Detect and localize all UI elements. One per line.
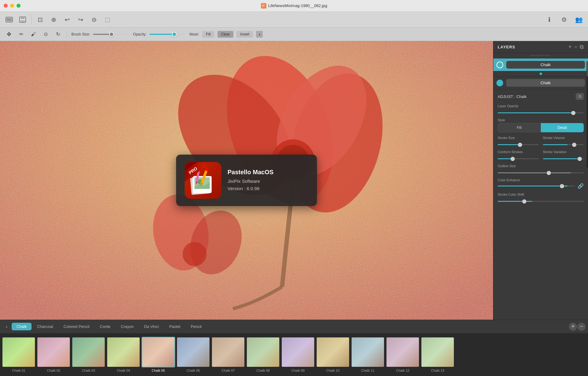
stroke-volume-slider[interactable] xyxy=(543,144,584,145)
thumb-chalk-03[interactable]: Chalk 03 xyxy=(72,337,105,372)
layer-item-2[interactable]: Chalk xyxy=(493,77,588,89)
brush-size-slider[interactable] xyxy=(93,34,130,35)
thumb-chalk-06[interactable]: Chalk 06 xyxy=(176,337,210,372)
thumb-chalk-05[interactable]: Chalk 05 xyxy=(141,337,175,372)
stroke-variation-slider[interactable] xyxy=(543,158,584,159)
mask-invert-button[interactable]: Invert xyxy=(236,31,253,38)
layer-drag-handle: •••••••••• xyxy=(493,53,588,58)
filter-chevron-button[interactable]: ‹ xyxy=(2,322,11,331)
about-version: Version : 6.0.98 xyxy=(228,185,273,192)
layer-2-visibility[interactable] xyxy=(496,80,503,86)
close-button[interactable] xyxy=(4,4,8,8)
filter-tab-chalk[interactable]: Chalk xyxy=(12,323,32,330)
share-button[interactable]: 👥 xyxy=(573,14,585,25)
filter-tab-pencil[interactable]: Pencil xyxy=(186,323,206,330)
style-detail-button[interactable]: Detail xyxy=(541,123,584,132)
color-enhance-slider[interactable] xyxy=(498,186,575,186)
stroke-size-label: Stroke Size xyxy=(498,136,539,140)
outline-size-label: Outline Size xyxy=(498,164,584,168)
rotate-left-button[interactable]: ↩ xyxy=(61,14,73,25)
opacity-slider[interactable] xyxy=(149,34,186,35)
stroke-color-shift-slider[interactable] xyxy=(498,201,584,202)
conform-two-col: Conform Strokes Stroke Variation xyxy=(498,150,584,160)
adjust-header: ADJUST : Chalk ⧉ xyxy=(498,93,584,100)
thumb-chalk-04[interactable]: Chalk 04 xyxy=(107,337,140,372)
filter-tab-colored-pencil[interactable]: Colored Pencil xyxy=(58,323,94,330)
filter-tab-da-vinci[interactable]: Da Vinci xyxy=(139,323,164,330)
layer-2-name-button[interactable]: Chalk xyxy=(506,79,585,87)
right-panel: LAYERS + − ⧉ •••••••••• Chalk Chalk ADJU xyxy=(493,41,588,320)
fit-screen-button[interactable]: ⬚ xyxy=(101,14,114,25)
filter-tab-conte[interactable]: Conte xyxy=(95,323,115,330)
filter-tab-charcoal[interactable]: Charcoal xyxy=(32,323,58,330)
thumbnails-row: Chalk 01 Chalk 02 Chalk 03 Chalk 04 Chal… xyxy=(0,333,588,376)
about-text-block: Pastello MacOS JixiPix Software Version … xyxy=(228,169,273,192)
copy-layer-button[interactable]: ⧉ xyxy=(580,44,584,50)
adjust-copy-button[interactable]: ⧉ xyxy=(576,93,584,100)
stroke-variation-col: Stroke Variation xyxy=(543,150,584,160)
thumb-chalk-07[interactable]: Chalk 07 xyxy=(211,337,245,372)
opacity-label: Opacity: xyxy=(133,32,146,36)
thumb-chalk-08[interactable]: Chalk 08 xyxy=(246,337,280,372)
brush-tool-button[interactable]: ✏ xyxy=(17,30,26,39)
thumb-chalk-01[interactable]: Chalk 01 xyxy=(2,337,36,372)
conform-strokes-label: Conform Strokes xyxy=(498,150,539,154)
crop-button[interactable]: ⊡ xyxy=(34,14,46,25)
stroke-two-col: Stroke Size Stroke Volume xyxy=(498,136,584,146)
filter-remove-button[interactable]: − xyxy=(578,323,586,331)
stroke-volume-col: Stroke Volume xyxy=(543,136,584,146)
cycle-tool-button[interactable]: ↻ xyxy=(53,30,62,39)
link-icon: 🔗 xyxy=(578,183,584,189)
save-button[interactable]: ↑ xyxy=(17,14,29,25)
mask-more-button[interactable]: › xyxy=(256,31,263,38)
filter-tab-crayon[interactable]: Crayon xyxy=(116,323,139,330)
paint-tool-button[interactable]: 🖌 xyxy=(29,30,38,39)
stroke-size-slider[interactable] xyxy=(498,144,539,145)
thumb-chalk-12[interactable]: Chalk 12 xyxy=(386,337,420,372)
settings-button[interactable]: ⚙ xyxy=(558,14,570,25)
open-image-button[interactable]: IMG xyxy=(3,14,15,25)
layer-opacity-row: Layer Opacity xyxy=(498,104,584,115)
layer-opacity-slider[interactable] xyxy=(498,112,584,113)
circle-tool-button[interactable]: ⊙ xyxy=(41,30,50,39)
info-button[interactable]: ℹ xyxy=(543,14,556,25)
mask-clear-button[interactable]: Clear xyxy=(217,31,234,38)
layer-dot xyxy=(540,73,542,75)
layer-indicator xyxy=(493,71,588,77)
zoom-in-button[interactable]: ⊕ xyxy=(47,14,60,25)
maximize-button[interactable] xyxy=(17,4,21,8)
outline-size-slider[interactable] xyxy=(498,172,584,173)
thumb-chalk-13[interactable]: Chalk 13 xyxy=(421,337,454,372)
thumb-chalk-09[interactable]: Chalk 09 xyxy=(281,337,315,372)
stroke-color-shift-row: Stroke Color Shift xyxy=(498,193,584,203)
svg-point-17 xyxy=(183,242,207,266)
main-area: PRO Pastello MacOS JixiPix Software Vers… xyxy=(0,41,588,320)
layer-1-visibility[interactable] xyxy=(496,62,503,68)
svg-text:IMG: IMG xyxy=(7,18,12,21)
move-tool-button[interactable]: ✥ xyxy=(4,30,13,39)
stroke-size-col: Stroke Size xyxy=(498,136,539,146)
layer-1-name-button[interactable]: Chalk xyxy=(506,61,585,69)
conform-strokes-slider[interactable] xyxy=(498,158,539,159)
style-fill-button[interactable]: Fill xyxy=(498,123,541,132)
window-title: P LifeNewsMixImag-1980__082.jpg xyxy=(261,3,327,9)
panel-scrollbar-thumb[interactable] xyxy=(587,61,588,77)
zoom-out-button[interactable]: ⊖ xyxy=(88,14,100,25)
add-layer-button[interactable]: + xyxy=(568,44,572,50)
panel-scrollbar[interactable] xyxy=(586,61,588,168)
remove-layer-button[interactable]: − xyxy=(574,44,577,50)
filter-tab-pastel[interactable]: Pastel xyxy=(164,323,185,330)
stroke-variation-label: Stroke Variation xyxy=(543,150,584,154)
about-dialog: PRO Pastello MacOS JixiPix Software Vers… xyxy=(176,155,317,206)
canvas-area: PRO Pastello MacOS JixiPix Software Vers… xyxy=(0,41,493,320)
filter-add-button[interactable]: + xyxy=(569,323,577,331)
mask-fill-button[interactable]: Fill xyxy=(202,31,214,38)
thumb-chalk-11[interactable]: Chalk 11 xyxy=(351,337,385,372)
thumb-chalk-02[interactable]: Chalk 02 xyxy=(37,337,70,372)
thumb-chalk-10[interactable]: Chalk 10 xyxy=(316,337,350,372)
rotate-right-button[interactable]: ↪ xyxy=(74,14,87,25)
layers-controls: + − ⧉ xyxy=(568,44,584,50)
minimize-button[interactable] xyxy=(10,4,14,8)
svg-rect-4 xyxy=(21,17,24,19)
layer-item-1[interactable]: Chalk xyxy=(493,58,588,71)
